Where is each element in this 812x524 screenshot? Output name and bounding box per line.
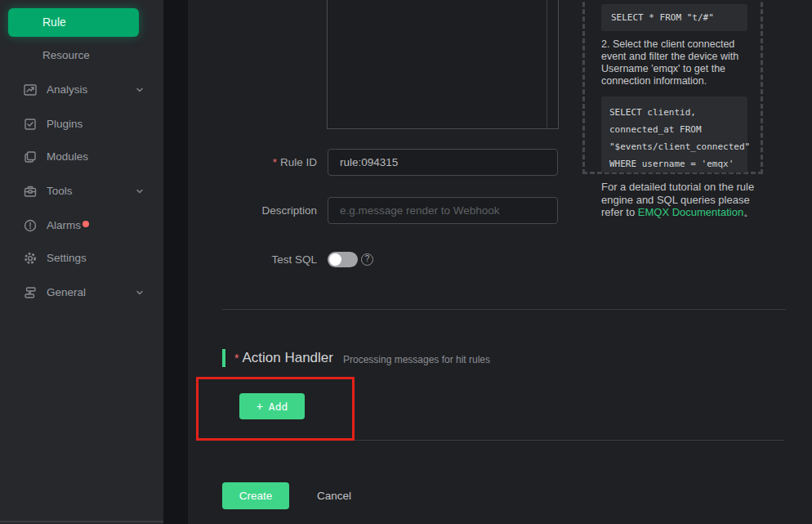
action-handler-header: * Action Handler Processing messages for… — [222, 348, 490, 368]
sql-examples-panel: SELECT * FROM "t/#" 2. Select the client… — [582, 0, 763, 174]
chevron-down-icon — [136, 86, 144, 94]
create-rule-page: Rule Resource Analysis Plugins Modules — [0, 0, 812, 524]
code-line: WHERE username = 'emqx' — [609, 155, 739, 172]
rule-id-input[interactable] — [328, 149, 558, 176]
sidebar-item-label: Modules — [47, 146, 88, 168]
section-accent-bar — [222, 349, 225, 367]
sidebar-item-label: Settings — [47, 247, 87, 270]
required-mark: * — [273, 156, 277, 168]
editor-scrollbar-track — [547, 0, 547, 128]
warning-circle-icon — [23, 218, 38, 233]
chevron-down-icon — [136, 289, 144, 297]
code-line: connected_at FROM — [609, 121, 739, 138]
cancel-button[interactable]: Cancel — [317, 482, 351, 509]
description-label: Description — [188, 197, 317, 224]
sidebar-item-analysis[interactable]: Analysis — [0, 78, 163, 101]
required-mark: * — [234, 352, 239, 365]
emqx-documentation-link[interactable]: EMQX Documentation — [638, 206, 743, 218]
stack-icon — [23, 285, 38, 300]
sidebar-item-label: Rule — [42, 16, 66, 29]
toolbox-icon — [23, 184, 38, 199]
code-line: SELECT clientid, — [609, 104, 739, 121]
code-line: "$events/client_connected" — [609, 138, 739, 155]
sidebar: Rule Resource Analysis Plugins Modules — [0, 0, 163, 524]
sidebar-item-label: Alarms — [47, 214, 81, 237]
sidebar-item-tools[interactable]: Tools — [0, 180, 163, 203]
sidebar-item-label: General — [47, 281, 86, 304]
sidebar-item-plugins[interactable]: Plugins — [0, 113, 163, 136]
sql-example-basic: SELECT * FROM "t/#" — [601, 4, 747, 31]
checkbox-icon — [23, 117, 38, 132]
section-divider-top — [222, 309, 786, 310]
sql-example-tip: 2. Select the client connected event and… — [601, 38, 752, 87]
copy-icon — [23, 150, 38, 164]
gear-icon — [23, 251, 38, 266]
plus-icon: + — [257, 400, 263, 413]
chevron-down-icon — [136, 187, 144, 195]
create-button[interactable]: Create — [222, 482, 289, 509]
sidebar-item-label: Resource — [42, 44, 90, 67]
add-action-button[interactable]: +Add — [239, 393, 305, 419]
sidebar-item-general[interactable]: General — [0, 281, 163, 304]
section-subtitle: Processing messages for hit rules — [343, 351, 490, 365]
test-sql-toggle[interactable] — [328, 252, 358, 267]
sidebar-item-label: Plugins — [47, 113, 83, 136]
toggle-knob — [329, 253, 341, 266]
sql-example-event: SELECT clientid, connected_at FROM "$eve… — [601, 96, 747, 172]
sidebar-scrollbar[interactable] — [0, 521, 163, 522]
sql-editor[interactable] — [327, 0, 559, 129]
chart-icon — [23, 83, 38, 97]
sidebar-item-label: Analysis — [47, 78, 87, 101]
documentation-note: For a detailed tutorial on the rule engi… — [601, 181, 761, 219]
sidebar-gutter — [163, 0, 188, 524]
section-divider-bottom — [222, 440, 784, 441]
sidebar-item-settings[interactable]: Settings — [0, 247, 163, 270]
section-title: Action Handler — [242, 350, 333, 366]
sidebar-item-resource[interactable]: Resource — [0, 44, 163, 67]
sidebar-item-rule[interactable]: Rule — [8, 8, 139, 37]
test-sql-label: Test SQL — [188, 246, 317, 273]
alarm-badge — [83, 221, 89, 227]
sidebar-item-alarms[interactable]: Alarms — [0, 214, 163, 237]
sidebar-item-label: Tools — [47, 180, 73, 203]
help-icon[interactable]: ? — [361, 253, 373, 266]
description-input[interactable] — [328, 197, 558, 224]
sidebar-item-modules[interactable]: Modules — [0, 146, 163, 168]
rule-id-label: *Rule ID — [188, 149, 317, 176]
